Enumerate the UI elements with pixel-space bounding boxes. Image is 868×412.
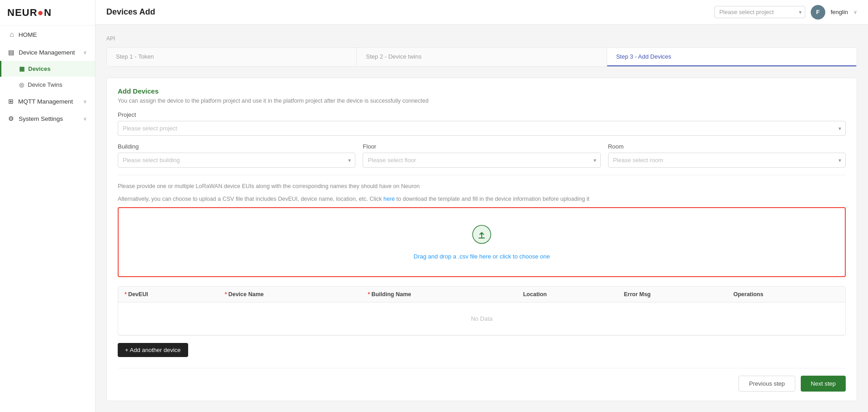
add-devices-card: Add Devices You can assign the device to… [106,78,857,401]
table: *DevEUI *Device Name *Building Name Loca… [118,287,845,335]
previous-step-button[interactable]: Previous step [738,376,795,392]
step-1[interactable]: Step 1 - Token [107,48,357,66]
building-dropdown[interactable]: Please select building [118,153,355,168]
room-dropdown[interactable]: Please select room [608,153,846,168]
floor-dropdown[interactable]: Please select floor [363,153,600,168]
sidebar-item-label: HOME [19,31,37,38]
sidebar-group-label: System Settings [19,115,63,122]
sidebar-group-label: Device Management [19,49,75,56]
sidebar-item-mqtt-management[interactable]: ⊞ MQTT Management ∨ [0,93,95,110]
sidebar-item-device-management[interactable]: ▤ Device Management ∨ [0,44,95,61]
sidebar-item-device-twins[interactable]: ◎ Device Twins [0,77,95,93]
drop-link: drop [439,253,451,260]
user-name: fenglin [831,9,848,15]
col-building-name: *Building Name [361,287,517,303]
building-field: Building Please select building [118,143,355,168]
floor-select-wrapper[interactable]: Please select floor [363,153,600,168]
next-step-button[interactable]: Next step [801,376,846,392]
room-select-wrapper[interactable]: Please select room [608,153,846,168]
devices-table: *DevEUI *Device Name *Building Name Loca… [118,286,846,336]
col-operations: Operations [727,287,845,303]
table-body: No Data [118,303,845,335]
project-dropdown[interactable]: Please select project [118,121,846,136]
page-title: Devices Add [106,7,155,17]
main-content: Devices Add Please select project F feng… [95,0,868,412]
device-twins-icon: ◎ [19,81,24,88]
project-label: Project [118,111,846,118]
table-header-row: *DevEUI *Device Name *Building Name Loca… [118,287,845,303]
footer-actions: Previous step Next step [118,368,846,392]
sidebar-item-devices[interactable]: ▦ Devices [0,61,95,77]
floor-field: Floor Please select floor [363,143,600,168]
col-error-msg: Error Msg [618,287,727,303]
sidebar-sub-label: Device Twins [28,81,62,88]
sidebar-sub-label: Devices [28,65,50,72]
room-field: Room Please select room [608,143,846,168]
avatar: F [811,5,825,20]
sidebar-item-home[interactable]: ⌂ HOME [0,25,95,44]
col-deveui: *DevEUI [118,287,219,303]
chevron-down-icon: ∨ [83,50,87,55]
upload-icon [472,224,492,248]
click-link[interactable]: click [499,253,511,260]
logo-text: NEUR●N [7,7,52,19]
sidebar-item-system-settings[interactable]: ⚙ System Settings ∨ [0,110,95,127]
project-select[interactable]: Please select project [714,6,805,18]
building-select-wrapper[interactable]: Please select building [118,153,355,168]
project-select-wrapper[interactable]: Please select project [714,6,805,18]
floor-label: Floor [363,143,600,150]
topbar: Devices Add Please select project F feng… [95,0,868,25]
table-row-empty: No Data [118,303,845,335]
building-label: Building [118,143,355,150]
mqtt-icon: ⊞ [8,98,14,105]
api-label: API [106,35,857,42]
content-area: API Step 1 - Token Step 2 - Device twins… [95,25,868,412]
logo: NEUR●N [0,0,95,25]
location-row: Building Please select building Floor Pl… [118,143,846,168]
col-device-name: *Device Name [219,287,362,303]
settings-icon: ⚙ [8,115,14,122]
devices-icon: ▦ [19,65,25,72]
step-3[interactable]: Step 3 - Add Devices [607,48,857,66]
upload-zone[interactable]: Drag and drop a .csv file here or click … [118,207,846,277]
sidebar: NEUR●N ⌂ HOME ▤ Device Management ∨ ▦ De… [0,0,95,412]
project-select-wrapper[interactable]: Please select project [118,121,846,136]
sidebar-group-label: MQTT Management [18,98,73,105]
step-2[interactable]: Step 2 - Device twins [357,48,607,66]
no-data-cell: No Data [118,303,845,335]
chevron-down-icon: ∨ [83,116,87,122]
info-text-2: Alternatively, you can choose to upload … [118,194,846,204]
chevron-down-icon: ∨ [83,99,87,104]
steps-bar: Step 1 - Token Step 2 - Device twins Ste… [106,47,857,67]
chevron-down-icon[interactable]: ∨ [853,9,857,15]
section-description: You can assign the device to the platfor… [118,98,846,104]
info-text-1: Please provide one or multiple LoRaWAN d… [118,182,846,191]
add-another-device-button[interactable]: + Add another device [118,343,188,357]
download-link[interactable]: here [384,196,395,202]
table-header: *DevEUI *Device Name *Building Name Loca… [118,287,845,303]
device-management-icon: ▤ [8,49,14,56]
room-label: Room [608,143,846,150]
col-location: Location [517,287,618,303]
divider [118,175,846,175]
topbar-right: Please select project F fenglin ∨ [714,5,857,20]
upload-text: Drag and drop a .csv file here or click … [414,253,550,260]
home-icon: ⌂ [10,30,14,39]
section-title: Add Devices [118,87,846,95]
